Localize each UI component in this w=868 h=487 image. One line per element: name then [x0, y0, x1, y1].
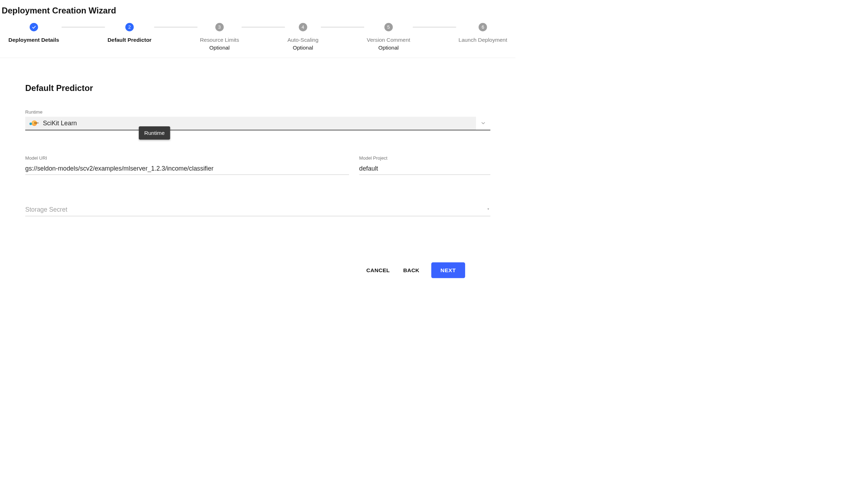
runtime-label: Runtime	[25, 109, 490, 115]
next-button[interactable]: NEXT	[431, 262, 465, 278]
stepper: Deployment Details 2 Default Predictor 3…	[0, 21, 515, 58]
runtime-display[interactable]: learn SciKit Learn	[25, 117, 475, 130]
step-2-label: Default Predictor	[108, 37, 152, 43]
model-project-label: Model Project	[359, 156, 491, 161]
step-4-optional: Optional	[293, 45, 313, 51]
step-1-circle	[30, 23, 38, 31]
step-2-circle: 2	[125, 23, 134, 31]
model-uri-field: Model URI	[25, 156, 349, 175]
runtime-dropdown-toggle[interactable]	[476, 117, 491, 130]
runtime-select[interactable]: learn SciKit Learn	[25, 117, 490, 131]
connector	[321, 27, 364, 27]
connector	[62, 27, 105, 27]
model-project-field: Model Project	[359, 156, 491, 175]
content: Default Predictor Runtime learn SciKit L…	[0, 58, 515, 278]
storage-secret-select[interactable]: Storage Secret	[25, 203, 490, 216]
step-5-circle: 5	[384, 23, 393, 31]
uri-project-row: Model URI Model Project	[25, 156, 490, 182]
model-uri-label: Model URI	[25, 156, 349, 161]
step-3-circle: 3	[215, 23, 224, 31]
model-uri-input[interactable]	[25, 163, 349, 175]
step-6-label: Launch Deployment	[458, 37, 507, 43]
check-icon	[32, 25, 36, 29]
scikit-learn-icon: learn	[29, 120, 39, 126]
step-6[interactable]: 6 Launch Deployment	[458, 23, 507, 44]
step-5-label: Version Comment	[367, 37, 410, 43]
storage-secret-placeholder: Storage Secret	[25, 206, 67, 213]
step-4-circle: 4	[299, 23, 307, 31]
connector	[154, 27, 197, 27]
step-6-circle: 6	[479, 23, 487, 31]
footer-actions: CANCEL BACK NEXT	[25, 262, 490, 278]
step-3-optional: Optional	[209, 45, 230, 51]
step-5-optional: Optional	[378, 45, 399, 51]
runtime-field: Runtime learn SciKit Learn Runtime	[25, 109, 490, 130]
step-3[interactable]: 3 Resource Limits Optional	[200, 23, 239, 51]
connector	[241, 27, 285, 27]
chevron-down-icon	[480, 120, 486, 126]
caret-down-icon	[486, 207, 490, 211]
runtime-value: SciKit Learn	[43, 120, 77, 127]
runtime-tooltip: Runtime	[139, 126, 170, 139]
model-project-input[interactable]	[359, 163, 491, 175]
connector	[413, 27, 456, 27]
step-4-label: Auto-Scaling	[287, 37, 319, 43]
step-4[interactable]: 4 Auto-Scaling Optional	[287, 23, 319, 51]
step-1-label: Deployment Details	[8, 37, 59, 43]
back-button[interactable]: BACK	[401, 264, 421, 277]
cancel-button[interactable]: CANCEL	[365, 264, 392, 277]
page-title: Deployment Creation Wizard	[0, 0, 515, 21]
step-5[interactable]: 5 Version Comment Optional	[367, 23, 410, 51]
step-3-label: Resource Limits	[200, 37, 239, 43]
step-2[interactable]: 2 Default Predictor	[108, 23, 152, 44]
step-1[interactable]: Deployment Details	[8, 23, 59, 44]
storage-secret-caret	[486, 207, 490, 212]
section-title: Default Predictor	[25, 83, 490, 93]
